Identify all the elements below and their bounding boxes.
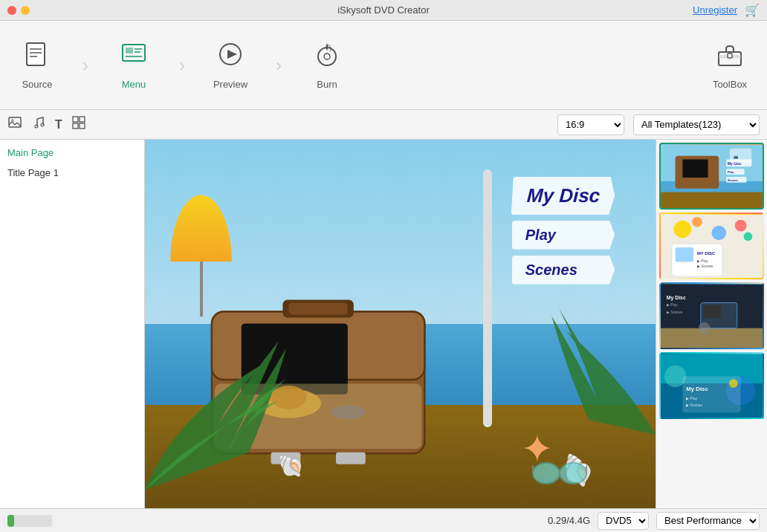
content-wrapper: Main Page Title Page 1 (0, 140, 767, 508)
menu-label: Menu (122, 79, 146, 90)
template-filter-select[interactable]: All Templates(123) (633, 114, 760, 135)
separator-2: › (171, 21, 193, 109)
progress-bar-fill (7, 515, 14, 527)
aspect-ratio-select[interactable]: 16:9 4:3 (557, 114, 624, 135)
template-panel: My Disc Play Scenes 📺 (656, 140, 767, 508)
toolbox-label: ToolBox (713, 79, 747, 90)
unregister-link[interactable]: Unregister (693, 4, 737, 16)
svg-point-12 (324, 53, 330, 59)
app-title: iSkysoft DVD Creator (337, 4, 430, 16)
performance-select[interactable]: Best Performance Best Quality (656, 512, 760, 530)
umbrella-top (170, 195, 231, 261)
sign-mydisc: My Disc (511, 177, 615, 215)
palm-left (145, 304, 294, 490)
file-size-text: 0.29/4.4G (59, 515, 590, 526)
svg-text:▶ Scenes: ▶ Scenes (686, 403, 702, 407)
left-panel: Main Page Title Page 1 (0, 140, 145, 508)
dvd-type-select[interactable]: DVD5 DVD9 (598, 512, 649, 530)
preview-icon (216, 40, 245, 74)
burn-label: Burn (317, 79, 337, 90)
toolbar-preview[interactable]: Preview (193, 21, 268, 109)
toolbar-toolbox[interactable]: ToolBox (700, 21, 760, 109)
svg-rect-23 (80, 123, 85, 129)
svg-point-17 (11, 119, 14, 122)
status-bar: 0.29/4.4G DVD5 DVD9 Best Performance Bes… (0, 508, 767, 532)
sign-play: Play (512, 221, 615, 250)
text-insert-icon[interactable]: T (55, 118, 62, 132)
template-item[interactable]: My Disc Play Scenes 📺 (659, 143, 764, 210)
preview-area: My Disc Play Scenes ✦ 🐚 (145, 140, 656, 508)
title-bar: iSkysoft DVD Creator Unregister 🛒 (0, 0, 767, 21)
toolbar-menu[interactable]: Menu (97, 21, 171, 109)
svg-rect-21 (80, 117, 85, 122)
main-toolbar: Source › Menu › Preview › (0, 21, 767, 110)
svg-rect-60 (676, 247, 693, 262)
svg-rect-67 (703, 305, 721, 318)
separator-1: › (74, 21, 97, 109)
svg-rect-0 (27, 43, 45, 65)
svg-text:▶ Play: ▶ Play (667, 303, 678, 307)
progress-bar-container (7, 515, 52, 527)
template-item[interactable]: My Disc ▶ Play ▶ Scenes (659, 352, 764, 419)
window-controls (7, 6, 30, 15)
svg-text:▶ Play: ▶ Play (686, 397, 697, 400)
svg-rect-44 (682, 160, 708, 178)
toolbar-source[interactable]: Source (0, 21, 74, 109)
svg-text:My Disc: My Disc (667, 295, 686, 301)
sign-post (483, 169, 492, 427)
template-item[interactable]: My Disc ▶ Play ▶ Scenes (659, 282, 764, 349)
svg-point-35 (533, 463, 560, 484)
cart-icon[interactable]: 🛒 (745, 3, 760, 17)
svg-rect-42 (661, 192, 763, 210)
burn-icon (313, 40, 341, 74)
svg-rect-65 (661, 328, 763, 349)
svg-rect-5 (126, 48, 133, 53)
svg-point-54 (674, 221, 691, 238)
svg-rect-15 (728, 53, 732, 58)
image-insert-icon[interactable] (7, 115, 22, 134)
separator-3: › (268, 21, 290, 109)
scene-background: My Disc Play Scenes ✦ 🐚 (145, 140, 656, 508)
toolbox-icon (716, 40, 744, 74)
sub-toolbar: T 16:9 4:3 All Templates(123) (0, 110, 767, 140)
svg-rect-22 (73, 123, 78, 129)
svg-text:MY DISC: MY DISC (697, 251, 716, 256)
svg-text:Scenes: Scenes (728, 178, 739, 182)
music-insert-icon[interactable] (31, 115, 46, 134)
sunglasses (530, 457, 589, 493)
svg-text:▶ Scenes: ▶ Scenes (697, 265, 713, 268)
signs-area: My Disc Play Scenes (512, 177, 615, 285)
svg-point-18 (35, 125, 38, 128)
svg-point-36 (560, 463, 586, 484)
template-item[interactable]: MY DISC ▶ Play ▶ Scenes (659, 213, 764, 279)
svg-point-55 (735, 220, 747, 232)
svg-text:📺: 📺 (734, 155, 739, 160)
palm-right (529, 286, 656, 435)
close-button[interactable] (7, 6, 16, 15)
svg-text:My Disc: My Disc (686, 386, 708, 392)
svg-text:▶ Play: ▶ Play (697, 259, 708, 263)
svg-rect-16 (9, 117, 21, 127)
source-label: Source (22, 79, 52, 90)
svg-text:▶ Scenes: ▶ Scenes (667, 311, 683, 314)
sign-scenes: Scenes (512, 256, 615, 285)
grid-icon[interactable] (71, 115, 86, 134)
svg-rect-27 (289, 303, 349, 315)
title-page-item[interactable]: Title Page 1 (7, 167, 137, 178)
svg-point-68 (699, 322, 711, 334)
svg-point-80 (729, 379, 738, 388)
svg-marker-10 (227, 50, 237, 59)
svg-text:Play: Play (728, 170, 734, 174)
svg-point-19 (41, 123, 44, 126)
toolbar-burn[interactable]: Burn (290, 21, 364, 109)
source-icon (23, 40, 51, 74)
svg-rect-32 (336, 452, 366, 464)
svg-point-58 (744, 232, 753, 241)
svg-point-56 (712, 226, 727, 241)
svg-rect-20 (73, 117, 78, 122)
main-page-tab[interactable]: Main Page (7, 147, 137, 158)
minimize-button[interactable] (21, 6, 30, 15)
preview-label: Preview (213, 79, 247, 90)
svg-point-57 (692, 217, 702, 227)
shell-left: 🐚 (278, 454, 304, 479)
